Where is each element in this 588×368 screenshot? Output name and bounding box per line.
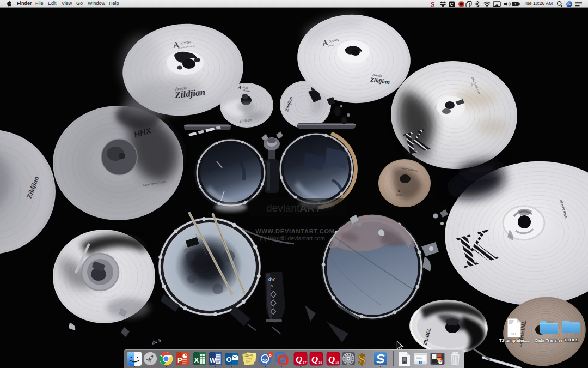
svg-text:$: $ [358,352,366,366]
svg-text:16: 16 [318,361,322,364]
svg-text:X: X [194,356,199,364]
svg-text:P: P [177,356,182,364]
svg-text:15: 15 [335,361,339,364]
svg-text:Q: Q [311,354,318,365]
svg-text:17: 17 [303,361,307,364]
svg-text:Q: Q [296,354,302,365]
svg-text:S: S [431,1,434,8]
svg-text:O: O [226,355,231,364]
svg-text:C: C [450,1,454,7]
svg-text:5: 5 [269,353,271,358]
svg-text:W: W [210,356,217,364]
svg-text:Q: Q [328,354,335,365]
